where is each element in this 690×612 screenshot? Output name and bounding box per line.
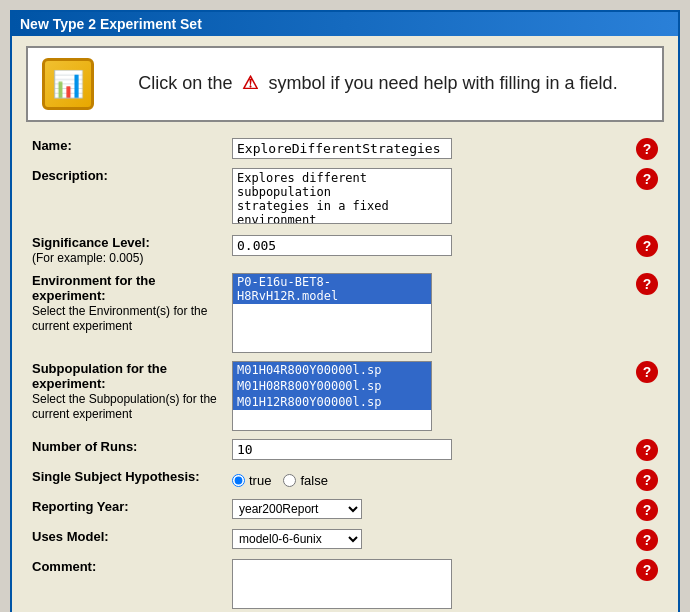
- environment-help-button[interactable]: ?: [636, 273, 658, 295]
- name-input[interactable]: [232, 138, 452, 159]
- name-help-button[interactable]: ?: [636, 138, 658, 160]
- description-label: Description:: [26, 164, 226, 231]
- hypothesis-label: Single Subject Hypothesis:: [26, 465, 226, 495]
- comment-help-cell: ?: [630, 555, 664, 612]
- significance-input[interactable]: [232, 235, 452, 256]
- runs-row: Number of Runs: ?: [26, 435, 664, 465]
- significance-help-button[interactable]: ?: [636, 235, 658, 257]
- reporting-select[interactable]: year200Report year100Report year300Repor…: [232, 499, 362, 519]
- help-text-before: Click on the: [138, 73, 232, 93]
- model-help-button[interactable]: ?: [636, 529, 658, 551]
- comment-row: Comment: ?: [26, 555, 664, 612]
- model-select[interactable]: model0-6-6unix model0-5-5unix model0-7-7…: [232, 529, 362, 549]
- name-input-cell: [226, 134, 630, 164]
- name-row: Name: ?: [26, 134, 664, 164]
- description-help-button[interactable]: ?: [636, 168, 658, 190]
- subpopulation-item-0[interactable]: M01H04R800Y00000l.sp: [233, 362, 431, 378]
- environment-sublabel: Select the Environment(s) for the curren…: [32, 304, 207, 333]
- subpopulation-item-1[interactable]: M01H08R800Y00000l.sp: [233, 378, 431, 394]
- environment-help-cell: ?: [630, 269, 664, 357]
- runs-help-button[interactable]: ?: [636, 439, 658, 461]
- significance-label: Significance Level: (For example: 0.005): [26, 231, 226, 269]
- significance-input-cell: [226, 231, 630, 269]
- hypothesis-false-radio[interactable]: [283, 474, 296, 487]
- name-label: Name:: [26, 134, 226, 164]
- environment-listbox[interactable]: P0-E16u-BET8-H8RvH12R.model: [232, 273, 432, 353]
- model-row: Uses Model: model0-6-6unix model0-5-5uni…: [26, 525, 664, 555]
- title-bar: New Type 2 Experiment Set: [12, 12, 678, 36]
- subpopulation-listbox[interactable]: M01H04R800Y00000l.sp M01H08R800Y00000l.s…: [232, 361, 432, 431]
- hypothesis-true-label[interactable]: true: [232, 473, 271, 488]
- environment-listbox-cell: P0-E16u-BET8-H8RvH12R.model: [226, 269, 630, 357]
- hypothesis-true-text: true: [249, 473, 271, 488]
- runs-help-cell: ?: [630, 435, 664, 465]
- subpopulation-sublabel: Select the Subpopulation(s) for the curr…: [32, 392, 217, 421]
- app-icon: [42, 58, 94, 110]
- hypothesis-true-radio[interactable]: [232, 474, 245, 487]
- reporting-help-button[interactable]: ?: [636, 499, 658, 521]
- description-help-cell: ?: [630, 164, 664, 231]
- runs-label: Number of Runs:: [26, 435, 226, 465]
- model-label: Uses Model:: [26, 525, 226, 555]
- runs-input-cell: [226, 435, 630, 465]
- environment-label: Environment for the experiment: Select t…: [26, 269, 226, 357]
- hypothesis-help-button[interactable]: ?: [636, 469, 658, 491]
- reporting-input-cell: year200Report year100Report year300Repor…: [226, 495, 630, 525]
- hypothesis-radio-group: true false: [232, 469, 624, 488]
- main-window: New Type 2 Experiment Set Click on the ⚠…: [10, 10, 680, 612]
- comment-input-cell: [226, 555, 630, 612]
- subpopulation-row: Subpopulation for the experiment: Select…: [26, 357, 664, 435]
- subpopulation-listbox-cell: M01H04R800Y00000l.sp M01H08R800Y00000l.s…: [226, 357, 630, 435]
- environment-item-0[interactable]: P0-E16u-BET8-H8RvH12R.model: [233, 274, 431, 304]
- hypothesis-input-cell: true false: [226, 465, 630, 495]
- hypothesis-row: Single Subject Hypothesis: true false: [26, 465, 664, 495]
- subpopulation-help-cell: ?: [630, 357, 664, 435]
- environment-row: Environment for the experiment: Select t…: [26, 269, 664, 357]
- description-textarea[interactable]: Explores different subpopulation strateg…: [232, 168, 452, 224]
- description-input-cell: Explores different subpopulation strateg…: [226, 164, 630, 231]
- form-table: Name: ? Description: Explores different …: [26, 134, 664, 612]
- model-help-cell: ?: [630, 525, 664, 555]
- subpopulation-item-2[interactable]: M01H12R800Y00000l.sp: [233, 394, 431, 410]
- significance-row: Significance Level: (For example: 0.005)…: [26, 231, 664, 269]
- help-banner: Click on the ⚠ symbol if you need help w…: [26, 46, 664, 122]
- name-help-cell: ?: [630, 134, 664, 164]
- comment-label: Comment:: [26, 555, 226, 612]
- significance-help-cell: ?: [630, 231, 664, 269]
- reporting-help-cell: ?: [630, 495, 664, 525]
- comment-textarea[interactable]: [232, 559, 452, 609]
- subpopulation-help-button[interactable]: ?: [636, 361, 658, 383]
- description-row: Description: Explores different subpopul…: [26, 164, 664, 231]
- help-text-after: symbol if you need help with filling in …: [268, 73, 617, 93]
- window-title: New Type 2 Experiment Set: [20, 16, 202, 32]
- reporting-row: Reporting Year: year200Report year100Rep…: [26, 495, 664, 525]
- reporting-label: Reporting Year:: [26, 495, 226, 525]
- help-icon-inline: ⚠: [242, 73, 258, 93]
- subpopulation-label: Subpopulation for the experiment: Select…: [26, 357, 226, 435]
- hypothesis-false-text: false: [300, 473, 327, 488]
- runs-input[interactable]: [232, 439, 452, 460]
- comment-help-button[interactable]: ?: [636, 559, 658, 581]
- significance-sublabel: (For example: 0.005): [32, 251, 143, 265]
- hypothesis-false-label[interactable]: false: [283, 473, 327, 488]
- model-input-cell: model0-6-6unix model0-5-5unix model0-7-7…: [226, 525, 630, 555]
- hypothesis-help-cell: ?: [630, 465, 664, 495]
- help-text: Click on the ⚠ symbol if you need help w…: [108, 71, 648, 96]
